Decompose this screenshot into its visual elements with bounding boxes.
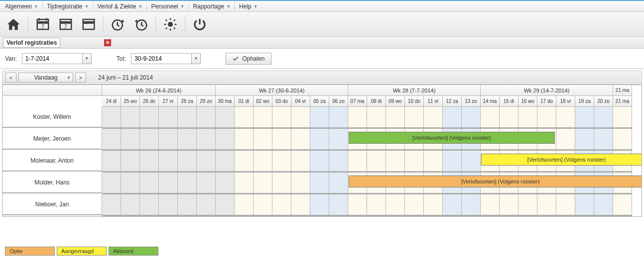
day-cell[interactable] (254, 194, 272, 215)
day-cell[interactable] (197, 173, 216, 193)
day-cell[interactable] (386, 194, 405, 215)
today-button[interactable]: Vandaag▼ (18, 73, 73, 83)
day-cell[interactable] (556, 194, 575, 215)
day-cell[interactable] (310, 194, 329, 215)
day-cell[interactable] (348, 107, 367, 128)
day-cell[interactable] (140, 107, 159, 128)
day-cell[interactable] (500, 194, 518, 215)
day-cell[interactable] (197, 151, 216, 172)
day-cell[interactable] (178, 107, 197, 128)
day-cell[interactable] (594, 129, 613, 150)
day-cell[interactable] (518, 194, 537, 215)
day-cell[interactable] (272, 107, 291, 128)
day-cell[interactable] (272, 173, 291, 193)
day-cell[interactable] (159, 173, 178, 193)
close-icon[interactable]: ✕ (104, 39, 111, 46)
clock-back-icon[interactable] (132, 16, 149, 33)
day-cell[interactable] (254, 107, 272, 128)
day-cell[interactable] (291, 151, 310, 172)
day-cell[interactable] (348, 151, 367, 172)
day-cell[interactable] (197, 107, 216, 128)
day-cell[interactable] (424, 194, 443, 215)
day-cell[interactable] (481, 194, 500, 215)
day-cell[interactable] (329, 173, 348, 193)
day-cell[interactable] (159, 129, 178, 150)
day-cell[interactable] (405, 151, 424, 172)
from-date-input[interactable] (22, 54, 82, 64)
day-cell[interactable] (140, 173, 159, 193)
day-cell[interactable] (272, 129, 291, 150)
day-cell[interactable] (235, 129, 254, 150)
day-cell[interactable] (178, 129, 197, 150)
day-cell[interactable] (197, 129, 216, 150)
day-cell[interactable] (462, 107, 481, 128)
day-cell[interactable] (462, 194, 481, 215)
day-cell[interactable] (594, 107, 613, 128)
menu-tijdregistratie[interactable]: Tijdregistratie▼ (44, 2, 92, 11)
day-cell[interactable] (443, 107, 462, 128)
day-cell[interactable] (140, 194, 159, 215)
chevron-down-icon[interactable]: ▼ (191, 54, 200, 64)
menu-rapportage[interactable]: Rapportage▼ (190, 2, 234, 11)
day-cell[interactable] (121, 194, 140, 215)
menu-algemeen[interactable]: Algemeen▼ (2, 2, 41, 11)
day-cell[interactable] (310, 129, 329, 150)
calendar-star-icon[interactable] (80, 16, 97, 33)
day-cell[interactable] (291, 107, 310, 128)
day-cell[interactable] (613, 107, 632, 128)
menu-help[interactable]: Help▼ (236, 2, 261, 11)
day-cell[interactable] (329, 129, 348, 150)
day-cell[interactable] (121, 173, 140, 193)
day-cell[interactable] (235, 194, 254, 215)
day-cell[interactable] (235, 173, 254, 193)
day-cell[interactable] (216, 107, 235, 128)
day-cell[interactable] (405, 194, 424, 215)
day-cell[interactable] (102, 151, 121, 172)
day-cell[interactable] (102, 173, 121, 193)
day-cell[interactable] (613, 194, 632, 215)
menu-verlof-ziekte[interactable]: Verlof & Ziekte▼ (94, 2, 145, 11)
day-cell[interactable] (216, 194, 235, 215)
day-cell[interactable] (594, 194, 613, 215)
day-cell[interactable] (121, 107, 140, 128)
day-cell[interactable] (537, 194, 556, 215)
to-date-input[interactable] (131, 54, 191, 64)
day-cell[interactable] (575, 129, 594, 150)
day-cell[interactable] (556, 129, 575, 150)
day-cell[interactable] (424, 151, 443, 172)
day-cell[interactable] (235, 151, 254, 172)
day-cell[interactable] (159, 107, 178, 128)
leave-bar[interactable]: [Verlofsoorten] (Volgens rooster) (349, 132, 555, 144)
day-cell[interactable] (386, 107, 405, 128)
day-cell[interactable] (159, 151, 178, 172)
day-cell[interactable] (537, 107, 556, 128)
day-cell[interactable] (348, 194, 367, 215)
day-cell[interactable] (500, 107, 518, 128)
day-cell[interactable] (367, 151, 386, 172)
day-cell[interactable] (216, 129, 235, 150)
day-cell[interactable] (329, 194, 348, 215)
day-cell[interactable] (140, 129, 159, 150)
day-cell[interactable] (386, 151, 405, 172)
day-cell[interactable] (462, 151, 481, 172)
day-cell[interactable] (518, 107, 537, 128)
day-cell[interactable] (140, 151, 159, 172)
day-cell[interactable] (102, 129, 121, 150)
day-cell[interactable] (178, 194, 197, 215)
day-cell[interactable] (329, 151, 348, 172)
day-cell[interactable] (216, 173, 235, 193)
day-cell[interactable] (197, 194, 216, 215)
day-cell[interactable] (405, 107, 424, 128)
day-cell[interactable] (613, 129, 632, 150)
day-cell[interactable] (310, 107, 329, 128)
chevron-down-icon[interactable]: ▼ (82, 54, 91, 64)
clock-forward-icon[interactable] (110, 16, 127, 33)
day-cell[interactable] (310, 151, 329, 172)
day-cell[interactable] (367, 107, 386, 128)
day-cell[interactable] (254, 173, 272, 193)
leave-bar[interactable]: [Verlofsoorten] (Volgens rooster)➔ (481, 154, 642, 166)
day-cell[interactable] (291, 194, 310, 215)
day-cell[interactable] (216, 151, 235, 172)
power-icon[interactable] (191, 16, 208, 33)
menu-personeel[interactable]: Personeel▼ (148, 2, 187, 11)
